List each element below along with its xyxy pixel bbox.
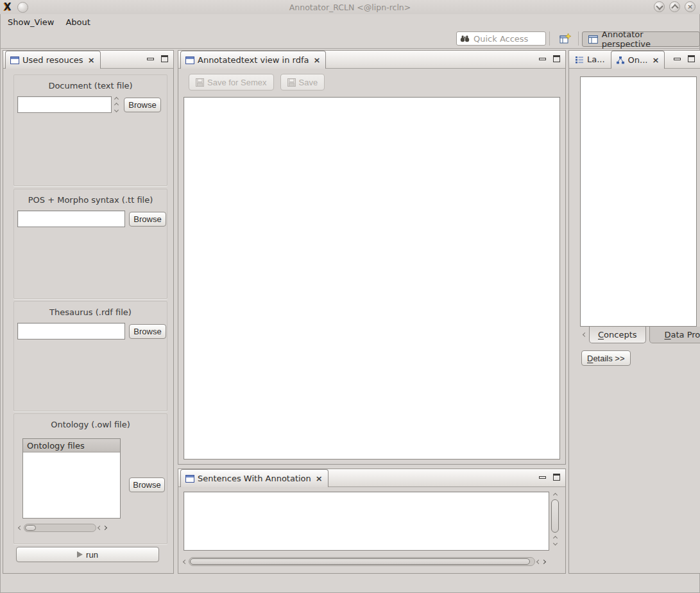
tab-sentences[interactable]: Sentences With Annotation × xyxy=(180,469,329,487)
chevron-left-icon xyxy=(582,332,586,336)
save-for-semex-button[interactable]: Save for Semex xyxy=(189,74,274,90)
tab-concepts-label: oncepts xyxy=(604,330,636,339)
maximize-view-icon[interactable] xyxy=(553,55,560,62)
run-button[interactable]: run xyxy=(16,547,159,562)
perspective-icon xyxy=(588,35,598,44)
play-icon xyxy=(77,551,83,558)
minimize-view-icon[interactable] xyxy=(539,58,546,60)
sentences-hscrollbar[interactable] xyxy=(184,557,561,566)
scrollbar-track[interactable] xyxy=(24,524,96,532)
minimize-view-icon[interactable] xyxy=(147,58,154,60)
open-perspective-icon xyxy=(559,33,571,45)
toolbar-separator xyxy=(549,31,550,46)
minimize-view-icon[interactable] xyxy=(539,476,546,479)
open-perspective-button[interactable] xyxy=(558,31,573,46)
tab-dataprop-label: ata Prop xyxy=(671,330,700,339)
scroll-down-icon xyxy=(552,541,557,546)
maximize-view-icon[interactable] xyxy=(688,55,695,62)
menu-about[interactable]: About xyxy=(65,17,90,27)
ontology-files-column-header[interactable]: Ontology files xyxy=(23,439,120,452)
ontology-panel-header: La... On... × xyxy=(569,51,700,69)
scroll-left-icon xyxy=(536,559,541,563)
thesaurus-group: Thesaurus (.rdf file) Browse xyxy=(13,301,167,411)
sentences-vscrollbar[interactable] xyxy=(550,492,560,551)
close-tab-icon[interactable]: × xyxy=(652,56,659,64)
pos-group: POS + Morpho syntax (.tt file) Browse xyxy=(13,189,167,299)
thesaurus-file-input[interactable] xyxy=(17,323,125,339)
scrollbar-thumb[interactable] xyxy=(551,499,559,533)
minimize-view-icon[interactable] xyxy=(674,58,681,60)
close-icon: × xyxy=(687,3,693,10)
window-menu-button[interactable] xyxy=(17,2,28,13)
details-button-mnemonic: D xyxy=(587,354,593,363)
tab-ontology[interactable]: On... × xyxy=(611,51,665,69)
ontology-panel: La... On... × xyxy=(568,50,700,574)
thesaurus-browse-button[interactable]: Browse xyxy=(129,324,166,339)
view-icon xyxy=(185,475,194,483)
document-browse-button[interactable]: Browse xyxy=(124,98,161,112)
annotated-view-toolbar: Save for Semex Save xyxy=(178,68,565,96)
sentences-text-area[interactable] xyxy=(184,492,549,551)
maximize-view-icon[interactable] xyxy=(161,55,168,62)
document-input-scrollbar[interactable] xyxy=(112,96,121,113)
perspective-label: Annotator perspective xyxy=(602,30,694,49)
menu-bar: Show_View About xyxy=(0,14,700,30)
title-bar: Annotator_RCLN <@lipn-rcln> X × xyxy=(0,0,700,14)
close-window-button[interactable]: × xyxy=(685,1,696,12)
details-button[interactable]: Details >> xyxy=(581,350,631,366)
scrollbar-thumb[interactable] xyxy=(25,525,36,531)
pos-file-input[interactable] xyxy=(17,211,125,227)
annotated-text-area[interactable] xyxy=(184,97,560,460)
ontology-files-table[interactable]: Ontology files xyxy=(22,438,121,519)
scroll-right-icon xyxy=(103,526,107,530)
used-resources-panel: Used resouces × Document (text file) Bro… xyxy=(3,50,174,574)
menu-show-view[interactable]: Show_View xyxy=(8,17,54,27)
quick-access-input[interactable] xyxy=(472,33,539,44)
close-tab-icon[interactable]: × xyxy=(314,56,321,64)
scroll-right-icon xyxy=(542,559,546,563)
tab-data-properties[interactable]: Data Prop xyxy=(649,327,700,343)
chevron-down-icon xyxy=(656,3,663,10)
tab-used-resources-label: Used resouces xyxy=(22,55,83,65)
main-toolbar: Annotator perspective xyxy=(0,30,700,49)
scroll-up-icon xyxy=(114,102,118,107)
tab-concepts-mnemonic: C xyxy=(598,330,604,339)
minimize-window-button[interactable] xyxy=(654,1,665,12)
scroll-left-icon xyxy=(18,526,22,530)
save-label: Save xyxy=(299,78,318,87)
scrollbar-track[interactable] xyxy=(189,557,535,566)
annotator-perspective-button[interactable]: Annotator perspective xyxy=(582,31,700,47)
tab-concepts[interactable]: Concepts xyxy=(589,327,646,343)
close-tab-icon[interactable]: × xyxy=(316,474,323,483)
concepts-tree-area[interactable] xyxy=(580,76,697,327)
pos-browse-button[interactable]: Browse xyxy=(129,212,166,227)
view-icon xyxy=(185,56,194,64)
quick-access-box[interactable] xyxy=(456,31,546,46)
chevron-up-icon xyxy=(671,4,678,11)
save-button[interactable]: Save xyxy=(280,74,325,90)
tab-annotated-view[interactable]: Annotatedtext view in rdfa × xyxy=(180,51,326,69)
ontology-browse-button[interactable]: Browse xyxy=(129,477,165,492)
scroll-left-icon xyxy=(98,526,102,530)
view-icon xyxy=(10,56,19,64)
ontology-table-hscrollbar[interactable] xyxy=(19,524,121,532)
annotated-view-header: Annotatedtext view in rdfa × xyxy=(178,51,565,69)
run-button-label: run xyxy=(86,550,98,560)
scroll-up-icon xyxy=(552,493,557,497)
bottom-tab-bar: Concepts Data Prop xyxy=(580,327,700,343)
tab-used-resources[interactable]: Used resouces × xyxy=(5,51,101,69)
maximize-window-button[interactable] xyxy=(669,1,680,12)
tab-annotated-view-label: Annotatedtext view in rdfa xyxy=(198,55,309,65)
tab-labels[interactable]: La... xyxy=(569,51,609,68)
scrollbar-thumb[interactable] xyxy=(190,558,530,565)
document-file-input[interactable] xyxy=(17,96,112,113)
tab-scroll-left-button[interactable] xyxy=(580,327,589,342)
tab-ontology-label: On... xyxy=(628,55,648,65)
toolbar-separator-2 xyxy=(578,31,579,46)
used-resources-header: Used resouces × xyxy=(3,51,173,69)
maximize-view-icon[interactable] xyxy=(553,474,560,481)
pos-group-title: POS + Morpho syntax (.tt file) xyxy=(14,195,167,205)
sentences-panel: Sentences With Annotation × xyxy=(178,468,566,574)
close-tab-icon[interactable]: × xyxy=(88,56,95,64)
scroll-down-icon xyxy=(114,108,118,112)
